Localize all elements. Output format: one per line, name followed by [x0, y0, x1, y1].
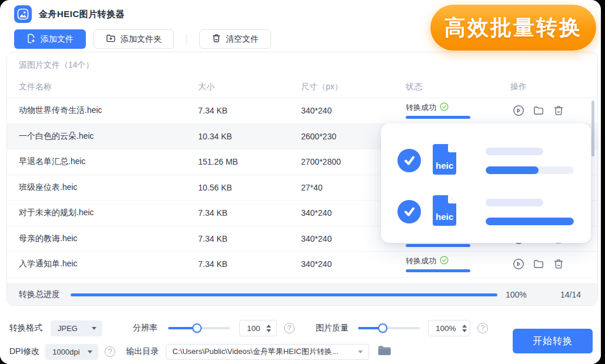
- toolbar: 添加文件 添加文件夹 清空文件: [14, 29, 271, 49]
- slider-knob[interactable]: [192, 323, 202, 333]
- panel-title: 源图片文件（14个）: [19, 60, 94, 71]
- trash-icon: [212, 34, 221, 45]
- popup-row: heic: [397, 194, 574, 229]
- file-size: 7.34 KB: [198, 208, 301, 218]
- col-size: 大小: [198, 82, 301, 92]
- file-plus-icon: [26, 34, 36, 45]
- quality-stepper[interactable]: 100%: [428, 320, 470, 336]
- dpi-dropdown[interactable]: 1000dpi: [45, 344, 98, 360]
- clear-files-button[interactable]: 清空文件: [199, 29, 271, 49]
- quality-label: 图片质量: [316, 323, 349, 333]
- titlebar: 金舟HEIC图片转换器: [14, 5, 125, 24]
- chevron-down-icon: [88, 350, 92, 353]
- add-folder-button[interactable]: 添加文件夹: [93, 29, 174, 49]
- stepper-arrows-icon[interactable]: [266, 325, 271, 332]
- promo-badge: 高效批量转换: [430, 5, 596, 51]
- table-header: 文件名称 大小 尺寸（px） 状态 操作: [7, 76, 597, 98]
- check-circle-green-icon: [440, 256, 449, 266]
- file-size: 10.56 KB: [198, 183, 301, 192]
- app-logo-icon: [14, 5, 32, 23]
- table-row[interactable]: 0%: [7, 278, 597, 284]
- resolution-stepper[interactable]: 100: [239, 320, 277, 336]
- folder-icon[interactable]: [533, 258, 544, 270]
- file-size: 151.26 MB: [198, 157, 301, 166]
- col-operations: 操作: [510, 82, 586, 92]
- scrollbar-thumb[interactable]: [591, 101, 594, 156]
- slider-knob[interactable]: [378, 323, 387, 333]
- row-progress-bar: [406, 116, 470, 119]
- chevron-down-icon: [358, 350, 363, 353]
- start-convert-button[interactable]: 开始转换: [513, 329, 593, 353]
- format-dropdown[interactable]: JPEG: [51, 320, 102, 336]
- col-dimensions: 尺寸（px）: [301, 82, 406, 92]
- svg-text:heic: heic: [436, 212, 453, 222]
- play-circle-icon[interactable]: [513, 258, 524, 270]
- heic-file-icon: heic: [430, 143, 459, 178]
- help-icon[interactable]: ?: [477, 323, 488, 333]
- file-name: 入学通知单.heic: [19, 259, 198, 269]
- resolution-slider[interactable]: [168, 327, 230, 329]
- check-circle-blue-icon: [397, 149, 421, 172]
- trash-icon[interactable]: [553, 105, 564, 116]
- file-size: 10.34 KB: [198, 132, 301, 141]
- total-progress-track: [71, 293, 497, 296]
- col-filename: 文件名称: [19, 82, 198, 92]
- folder-plus-icon: [106, 34, 116, 45]
- ops-cell: [510, 258, 586, 270]
- quality-slider[interactable]: [358, 327, 420, 329]
- dpi-label: DPI修改: [9, 346, 39, 357]
- table-row[interactable]: 动物世界传奇生活.heic 7.34 KB 340*240 转换成功: [7, 98, 597, 124]
- file-size: 7.34 KB: [198, 234, 301, 243]
- app-window: 金舟HEIC图片转换器 高效批量转换 添加文件: [0, 0, 601, 364]
- add-folder-label: 添加文件夹: [121, 34, 162, 45]
- conversion-popup-card: heic heic: [381, 123, 591, 243]
- folder-icon[interactable]: [533, 105, 544, 116]
- status-text: 转换成功: [406, 256, 436, 266]
- total-progress-percent: 100%: [506, 290, 534, 299]
- popup-skeleton-bars: [486, 199, 574, 225]
- popup-skeleton-bars: [486, 148, 574, 174]
- add-file-label: 添加文件: [41, 34, 73, 45]
- row-progress-bar: [406, 269, 470, 272]
- file-size: 7.34 KB: [198, 106, 301, 115]
- add-file-button[interactable]: 添加文件: [14, 29, 86, 49]
- file-dimensions: 340*240: [301, 259, 406, 269]
- file-name: 早退名单汇总.heic: [19, 156, 198, 167]
- bottom-controls: 转换格式 JPEG 分辨率 100 ? 图片质量: [0, 306, 601, 364]
- folder-solid-icon[interactable]: [377, 345, 392, 359]
- output-dir-label: 输出目录: [126, 346, 159, 357]
- play-circle-icon[interactable]: [513, 105, 524, 116]
- resolution-label: 分辨率: [133, 323, 158, 333]
- svg-text:heic: heic: [436, 161, 453, 171]
- toolbar-divider: [186, 34, 187, 45]
- check-circle-blue-icon: [397, 200, 421, 223]
- status-cell: 转换成功: [406, 256, 510, 272]
- chevron-down-icon: [92, 327, 96, 330]
- ops-cell: [510, 105, 586, 116]
- file-name: 班级座位表.heic: [19, 182, 198, 193]
- output-dir-dropdown[interactable]: C:\Users\Public\Videos\金舟苹果HEIC图片转换...: [166, 344, 369, 360]
- popup-row: heic: [397, 143, 574, 178]
- app-title: 金舟HEIC图片转换器: [39, 9, 125, 20]
- stepper-arrows-icon[interactable]: [462, 325, 467, 332]
- status-cell: 转换成功: [406, 102, 510, 119]
- file-name: 一个白色的云朵.heic: [19, 131, 198, 142]
- row-progress-bar: [406, 244, 470, 247]
- file-size: 7.34 KB: [198, 259, 301, 269]
- help-icon[interactable]: ?: [284, 323, 295, 333]
- total-progress-bar-row: 转换总进度 100% 14/14: [7, 283, 597, 305]
- status-text: 转换成功: [406, 102, 436, 113]
- table-row[interactable]: 入学通知单.heic 7.34 KB 340*240 转换成功: [7, 252, 597, 278]
- total-progress-count: 14/14: [550, 290, 581, 299]
- trash-icon[interactable]: [553, 258, 564, 270]
- check-circle-green-icon: [440, 102, 449, 113]
- file-name: 动物世界传奇生活.heic: [19, 105, 198, 116]
- screen-background: 金舟HEIC图片转换器 高效批量转换 添加文件: [0, 0, 605, 364]
- format-label: 转换格式: [9, 323, 42, 333]
- help-icon[interactable]: ?: [105, 346, 115, 357]
- file-name: 母亲的教诲.heic: [19, 233, 198, 244]
- file-name: 对于未来的规划.heic: [19, 208, 198, 218]
- col-status: 状态: [406, 82, 510, 92]
- clear-files-label: 清空文件: [226, 34, 259, 45]
- heic-file-icon: heic: [430, 194, 459, 229]
